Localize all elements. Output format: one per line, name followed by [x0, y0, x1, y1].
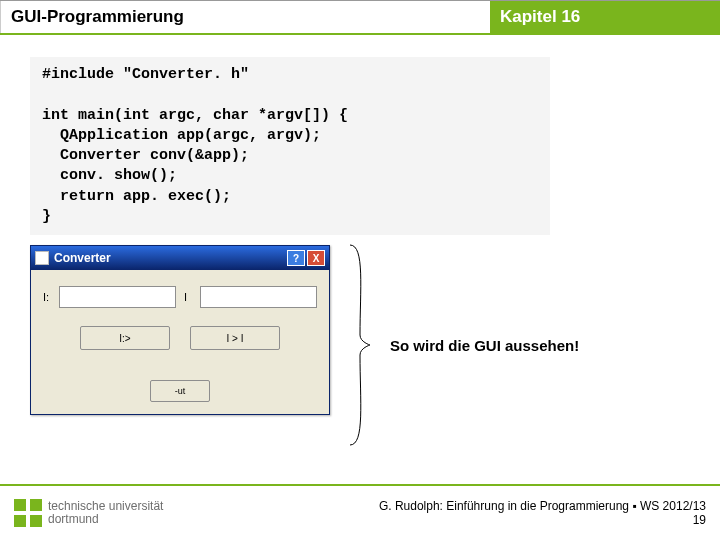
input-left[interactable]: [59, 286, 176, 308]
slide-header: GUI-Programmierung Kapitel 16: [0, 0, 720, 35]
window-title: Converter: [54, 251, 287, 265]
quit-button[interactable]: -ut: [150, 380, 210, 402]
input-label-right: I: [184, 291, 192, 303]
window-icon: [35, 251, 49, 265]
footer-credit: G. Rudolph: Einführung in die Programmie…: [379, 499, 706, 513]
tu-logo-mark: [14, 499, 42, 527]
help-button[interactable]: ?: [287, 250, 305, 266]
convert-button-1[interactable]: I:>: [80, 326, 170, 350]
input-label-left: I:: [43, 291, 51, 303]
close-button[interactable]: X: [307, 250, 325, 266]
code-listing: #include "Converter. h" int main(int arg…: [30, 57, 550, 235]
input-right[interactable]: [200, 286, 317, 308]
uni-name-2: dortmund: [48, 513, 163, 526]
slide-footer: technische universität dortmund G. Rudol…: [0, 484, 720, 540]
tu-logo: technische universität dortmund: [14, 499, 163, 527]
page-number: 19: [379, 513, 706, 527]
converter-window: Converter ? X I: I I:> I > I -ut: [30, 245, 330, 415]
brace-icon: [340, 240, 380, 450]
header-topic: GUI-Programmierung: [0, 1, 490, 33]
gui-preview-area: Converter ? X I: I I:> I > I -ut So w: [30, 245, 720, 465]
header-chapter: Kapitel 16: [490, 1, 720, 33]
convert-button-2[interactable]: I > I: [190, 326, 280, 350]
window-body: I: I I:> I > I -ut: [31, 270, 329, 414]
titlebar: Converter ? X: [31, 246, 329, 270]
gui-caption: So wird die GUI aussehen!: [390, 337, 579, 354]
